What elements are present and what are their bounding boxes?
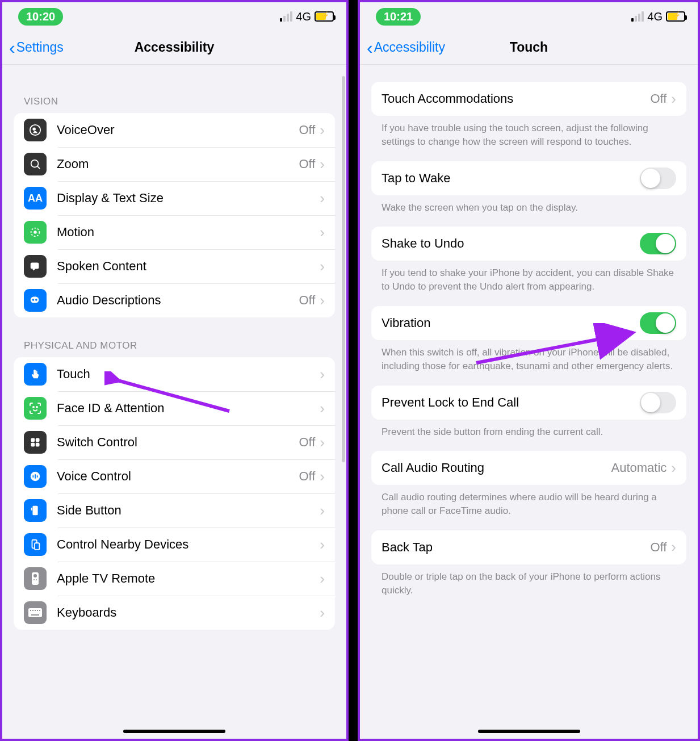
- svg-rect-7: [31, 297, 39, 303]
- back-button[interactable]: ‹ Accessibility: [367, 39, 445, 57]
- signal-icon: [631, 11, 644, 22]
- row-value: Off: [299, 293, 315, 308]
- row-value: Off: [299, 157, 315, 171]
- row-spoken-content[interactable]: Spoken Content ›: [14, 249, 335, 283]
- footer-back-tap: Double or triple tap on the back of your…: [360, 564, 698, 610]
- footer-prevent-lock: Prevent the side button from ending the …: [360, 420, 698, 451]
- touch-icon: [24, 363, 47, 386]
- svg-rect-28: [28, 608, 42, 617]
- footer-tap-to-wake: Wake the screen when you tap on the disp…: [360, 195, 698, 227]
- svg-rect-13: [36, 438, 40, 442]
- footer-call-audio-routing: Call audio routing determines where audi…: [360, 485, 698, 530]
- svg-point-26: [33, 579, 35, 580]
- footer-vibration: When this switch is off, all vibration o…: [360, 340, 698, 386]
- voice-control-icon: [24, 465, 47, 488]
- back-label: Settings: [16, 40, 64, 55]
- row-value: Off: [299, 469, 315, 484]
- svg-point-11: [36, 407, 37, 408]
- svg-point-9: [35, 299, 37, 301]
- row-touch[interactable]: Touch ›: [14, 357, 335, 391]
- row-label: Side Button: [57, 503, 320, 518]
- row-value: Off: [650, 91, 667, 106]
- audio-descriptions-icon: [24, 289, 47, 312]
- row-display-text-size[interactable]: AA Display & Text Size ›: [14, 181, 335, 215]
- chevron-right-icon: ›: [320, 570, 325, 588]
- row-tap-to-wake[interactable]: Tap to Wake: [371, 161, 686, 195]
- row-label: Tap to Wake: [382, 171, 640, 186]
- screen-accessibility: 10:20 4G ‹ Settings Accessibility VISION…: [0, 0, 349, 741]
- row-faceid-attention[interactable]: Face ID & Attention ›: [14, 391, 335, 425]
- row-zoom[interactable]: Zoom Off ›: [14, 147, 335, 181]
- toggle-prevent-lock[interactable]: [640, 392, 676, 413]
- row-label: Switch Control: [57, 435, 299, 450]
- svg-line-3: [37, 166, 40, 169]
- svg-rect-23: [35, 543, 39, 550]
- row-apple-tv-remote[interactable]: Apple TV Remote ›: [14, 562, 335, 596]
- toggle-tap-to-wake[interactable]: [640, 168, 676, 189]
- row-value: Off: [650, 540, 667, 555]
- row-label: Back Tap: [382, 540, 650, 555]
- nearby-devices-icon: [24, 533, 47, 556]
- group-vibration: Vibration: [371, 306, 686, 340]
- chevron-right-icon: ›: [320, 366, 325, 383]
- row-value: Off: [299, 435, 315, 450]
- chevron-left-icon: ‹: [9, 39, 15, 57]
- keyboard-icon: [24, 601, 47, 624]
- row-label: Audio Descriptions: [57, 293, 299, 308]
- svg-rect-21: [31, 508, 32, 510]
- row-touch-accommodations[interactable]: Touch Accommodations Off ›: [371, 82, 686, 116]
- row-value: Automatic: [611, 460, 667, 475]
- chevron-right-icon: ›: [671, 459, 676, 477]
- home-indicator[interactable]: [478, 730, 580, 733]
- row-motion[interactable]: Motion ›: [14, 215, 335, 249]
- section-header-motor: PHYSICAL AND MOTOR: [2, 317, 346, 357]
- side-button-icon: [24, 499, 47, 522]
- row-voiceover[interactable]: VoiceOver Off ›: [14, 113, 335, 147]
- row-keyboards[interactable]: Keyboards ›: [14, 596, 335, 630]
- status-bar: 10:21 4G: [360, 2, 698, 31]
- svg-point-2: [31, 160, 39, 168]
- chevron-right-icon: ›: [320, 224, 325, 241]
- scrollbar[interactable]: [342, 76, 345, 462]
- svg-rect-19: [37, 475, 38, 478]
- group-touch-accommodations: Touch Accommodations Off ›: [371, 82, 686, 116]
- row-voice-control[interactable]: Voice Control Off ›: [14, 459, 335, 493]
- row-prevent-lock[interactable]: Prevent Lock to End Call: [371, 386, 686, 420]
- toggle-shake-to-undo[interactable]: [640, 233, 676, 254]
- row-vibration[interactable]: Vibration: [371, 306, 686, 340]
- row-side-button[interactable]: Side Button ›: [14, 493, 335, 528]
- row-value: Off: [299, 123, 315, 137]
- chevron-left-icon: ‹: [367, 39, 373, 57]
- remote-icon: [24, 567, 47, 590]
- row-control-nearby-devices[interactable]: Control Nearby Devices ›: [14, 528, 335, 562]
- row-call-audio-routing[interactable]: Call Audio Routing Automatic ›: [371, 451, 686, 485]
- row-back-tap[interactable]: Back Tap Off ›: [371, 530, 686, 564]
- row-label: Prevent Lock to End Call: [382, 395, 640, 410]
- svg-rect-17: [32, 475, 33, 478]
- svg-point-1: [32, 127, 36, 131]
- home-indicator[interactable]: [123, 730, 225, 733]
- row-label: Display & Text Size: [57, 191, 320, 206]
- back-button[interactable]: ‹ Settings: [9, 39, 64, 57]
- group-call-audio-routing: Call Audio Routing Automatic ›: [371, 451, 686, 485]
- svg-rect-29: [30, 610, 31, 611]
- svg-rect-30: [32, 610, 33, 611]
- row-shake-to-undo[interactable]: Shake to Undo: [371, 227, 686, 261]
- chevron-right-icon: ›: [320, 434, 325, 451]
- chevron-right-icon: ›: [320, 156, 325, 173]
- row-label: Keyboards: [57, 605, 320, 620]
- spoken-content-icon: [24, 255, 47, 278]
- row-label: Spoken Content: [57, 259, 320, 274]
- row-label: Touch: [57, 367, 320, 382]
- chevron-right-icon: ›: [320, 604, 325, 622]
- row-switch-control[interactable]: Switch Control Off ›: [14, 425, 335, 459]
- row-audio-descriptions[interactable]: Audio Descriptions Off ›: [14, 283, 335, 317]
- svg-point-5: [33, 231, 37, 234]
- chevron-right-icon: ›: [320, 258, 325, 275]
- toggle-vibration[interactable]: [640, 312, 676, 334]
- group-back-tap: Back Tap Off ›: [371, 530, 686, 564]
- battery-icon: [666, 11, 685, 22]
- chevron-right-icon: ›: [320, 190, 325, 207]
- group-motor: Touch › Face ID & Attention › Switch Con…: [14, 357, 335, 630]
- chevron-right-icon: ›: [320, 122, 325, 139]
